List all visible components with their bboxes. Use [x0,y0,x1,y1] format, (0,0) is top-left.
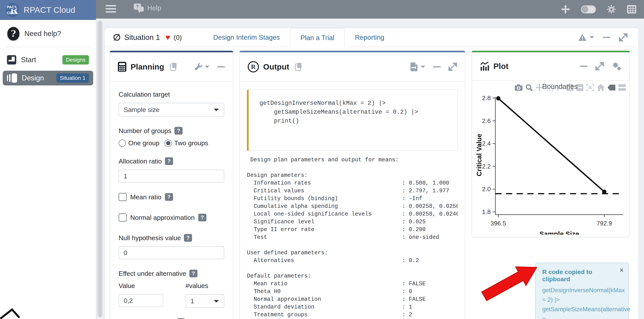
chevron-down-icon [205,66,210,70]
sidebar-item-label: Design [22,74,44,82]
expand-diagonal-icon[interactable] [448,62,457,71]
plot-settings-gears-icon[interactable] [612,62,622,71]
mean-ratio-field: Mean ratio ? [118,193,224,201]
apps-grid-icon[interactable] [627,5,636,13]
toast-title: R code copied to clipboard [542,269,622,283]
settings-sun-icon[interactable] [607,5,616,14]
need-help-label: Need help? [24,30,61,38]
heart-icon[interactable]: ♥ [165,33,170,42]
allocation-ratio-field: Allocation ratio ? [118,157,224,182]
tools-dropdown[interactable] [194,63,210,71]
warnings-dropdown[interactable] [578,33,594,41]
camera-snapshot-icon[interactable] [515,84,522,91]
help-badge[interactable]: ? [198,214,206,221]
chevron-down-icon [420,66,425,70]
tab-plan-a-trial[interactable]: Plan a Trial [290,28,345,47]
svg-text:2.0: 2.0 [482,186,491,193]
app-title: RPACT Cloud [24,5,75,15]
plot-svg[interactable]: 1.82.02.22.42.62.8396.5792.9Sample SizeC… [474,81,629,235]
output-title: Output [263,62,289,71]
svg-text:2.4: 2.4 [482,140,491,147]
help-chat-icon: ? [134,3,144,12]
svg-text:792.9: 792.9 [596,220,612,227]
copy-icon[interactable] [295,63,302,71]
standard-deviation-field: Standard deviation ? [118,318,224,319]
help-badge[interactable]: ? [165,193,173,201]
help-badge[interactable]: ? [165,157,173,165]
autoscale-icon[interactable] [586,84,594,91]
num-values-select[interactable]: 1 [186,294,224,308]
warning-icon [578,33,587,41]
hamburger-menu-icon[interactable] [106,5,116,13]
toast-clipboard[interactable]: × R code copied to clipboard getDesignIn… [535,263,629,319]
red-annotation-arrow [481,265,539,302]
svg-text:2.6: 2.6 [482,117,491,124]
help-badge[interactable]: ? [177,318,185,319]
output-panel: R Output [240,51,465,319]
sidebar-scrollbar[interactable] [96,18,104,319]
help-badge[interactable]: ? [184,234,192,242]
chevron-down-icon [214,109,219,114]
theme-toggle[interactable] [581,5,596,13]
help-badge[interactable]: ? [189,270,198,277]
svg-text:1.8: 1.8 [482,208,491,215]
effect-under-alternative-field: Effect under alternative ? Value #values… [118,270,224,308]
help-badge[interactable]: ? [174,127,182,135]
tab-bar: ∅ Situation 1 ♥ (0) Design Interim Stage… [105,28,638,47]
r-code-block[interactable]: getDesignInverseNormal(kMax = 2) |> getS… [247,89,458,151]
screen: ? Help [0,0,644,319]
collapse-icon[interactable] [580,66,588,67]
collapse-icon[interactable] [217,66,225,67]
need-help-link[interactable]: ? Need help? [0,20,96,40]
tab-reporting[interactable]: Reporting [345,28,394,47]
close-icon[interactable]: × [620,266,624,274]
favorite-count: (0) [174,34,182,41]
start-icon [7,55,16,64]
svg-text:2.2: 2.2 [482,163,491,170]
top-bar: ? Help [0,0,644,18]
planning-title: Planning [130,62,164,71]
copy-icon[interactable] [170,63,176,71]
chart-icon [480,62,489,71]
collapse-icon[interactable] [603,37,610,38]
mouse-cursor [0,308,23,319]
normal-approximation-checkbox[interactable] [118,213,127,222]
file-export-icon [410,62,418,71]
sidebar-item-design[interactable]: Design Situation 1 [3,71,93,85]
design-icon [7,73,17,83]
r-logo-icon: R [248,61,259,72]
radio-one-group[interactable] [118,139,126,147]
sidebar-item-start[interactable]: Start Designs [3,52,93,67]
wrench-icon [194,63,202,71]
sidebar-item-label: Start [21,56,36,64]
help-button[interactable]: ? Help [134,3,161,12]
tab-situation[interactable]: ∅ Situation 1 ♥ (0) [113,28,182,47]
export-dropdown[interactable] [410,62,425,71]
planning-panel: Planning Calculation target Sample size [110,51,233,319]
hover-single-icon[interactable] [608,85,615,90]
null-hypothesis-input[interactable] [118,246,224,259]
expand-arrows-icon[interactable] [561,5,570,14]
calculator-icon [118,62,126,72]
r-output-text: Design plan parameters and output for me… [247,156,458,319]
toast-code-text: getDesignInverseNormal(kMax = 2) |> getS… [542,286,622,319]
plot-panel: Plot [472,51,630,237]
help-label: Help [147,4,161,12]
zoom-icon[interactable] [526,84,533,91]
plot-body: Boundaries 1.82.02.22.42.62.8396.5792.9S… [472,81,630,235]
radio-two-groups[interactable] [164,139,172,147]
svg-text:Critical Value: Critical Value [475,134,483,176]
hover-compare-icon[interactable] [618,84,626,91]
calculation-target-select[interactable]: Sample size [118,103,224,116]
tab-design-interim-stages[interactable]: Design Interim Stages [203,28,290,47]
question-mark-icon: ? [7,27,20,40]
chevron-down-icon [590,36,594,41]
allocation-ratio-input[interactable] [118,170,224,182]
collapse-icon[interactable] [433,66,441,67]
expand-diagonal-icon[interactable] [619,33,628,42]
rpact-logo[interactable]: R PACT Cloud [6,3,20,17]
reset-home-icon[interactable] [597,84,605,91]
mean-ratio-checkbox[interactable] [118,193,127,201]
effect-value-input[interactable] [118,294,163,307]
expand-diagonal-icon[interactable] [595,62,604,70]
